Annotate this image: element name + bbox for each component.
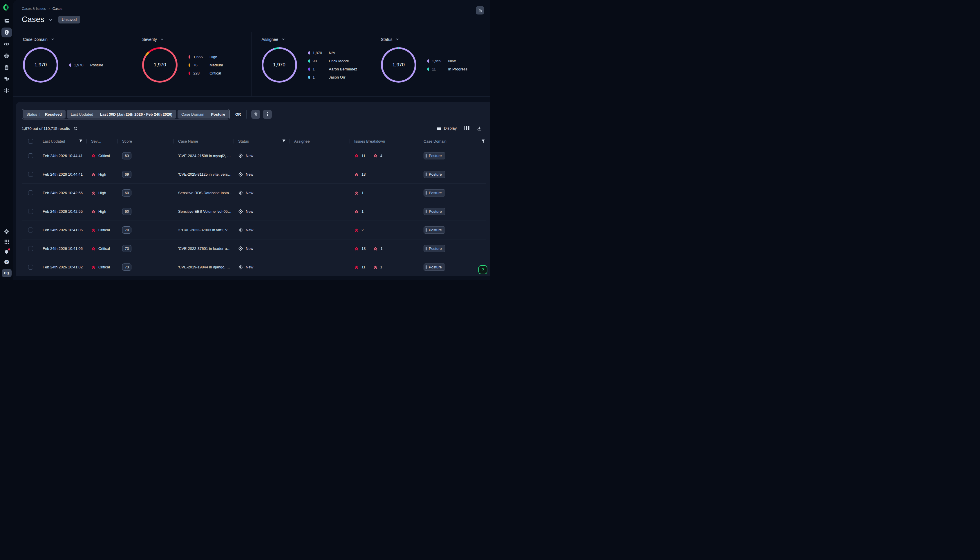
select-all-checkbox[interactable] [28, 139, 33, 144]
table-row[interactable]: Feb 24th 2026 10:41:06Critical702 'CVE-2… [22, 221, 486, 239]
table-row[interactable]: Feb 24th 2026 10:42:55High60Sensitive EB… [22, 202, 486, 221]
row-checkbox[interactable] [28, 265, 33, 270]
legend-marker [69, 63, 71, 67]
breadcrumb-cases-and-issues[interactable]: Cases & Issues [22, 7, 46, 11]
row-checkbox[interactable] [28, 246, 33, 251]
legend-item[interactable]: 98Erick Moore [308, 59, 358, 63]
legend-item[interactable]: 1,870N/A [308, 51, 358, 55]
badge-accent [426, 228, 427, 232]
sidebar-item-threat-graph[interactable] [2, 85, 12, 95]
download-button[interactable] [477, 126, 482, 131]
row-checkbox[interactable] [28, 172, 33, 177]
table-row[interactable]: Feb 24th 2026 10:44:41High69'CVE-2025-31… [22, 165, 486, 183]
breadcrumb-cases[interactable]: Cases [52, 7, 62, 11]
legend-label: Aaron Bermudez [329, 67, 358, 71]
hide-charts-button[interactable] [476, 6, 484, 15]
cell-issues-breakdown: 131 [350, 247, 419, 251]
hamburger-icon [437, 126, 441, 131]
cell-case-name[interactable]: Sensitive RDS Database Insta… [174, 191, 234, 195]
cell-last-updated: Feb 24th 2026 10:41:05 [38, 247, 87, 251]
row-checkbox[interactable] [28, 153, 33, 158]
severity-critical-icon [91, 228, 96, 232]
column-header-sev[interactable]: Sev… [87, 137, 117, 145]
column-header-updated[interactable]: Last Updated [38, 137, 87, 145]
cell-case-name[interactable]: 'CVE-2022-37601 in loader-u… [174, 247, 234, 251]
legend-item[interactable]: 1Jason Orr [308, 75, 358, 79]
table-row[interactable]: Feb 24th 2026 10:42:56High60Sensitive RD… [22, 183, 486, 202]
filter-funnel-icon[interactable] [79, 139, 82, 143]
filter-chip[interactable]: Case Domain=Posture [177, 110, 229, 118]
sidebar-item-detections[interactable] [2, 51, 12, 61]
row-checkbox[interactable] [28, 209, 33, 214]
filter-chip[interactable]: Status!=Resolved [23, 110, 65, 118]
legend-item[interactable]: 11In Progress [427, 67, 467, 71]
cell-case-name[interactable]: 'CVE-2025-31125 in vite, vers… [174, 172, 234, 177]
sidebar-item-assets[interactable] [2, 74, 12, 84]
table-row[interactable]: Feb 24th 2026 10:44:41Critical63'CVE-202… [22, 147, 486, 165]
filter-chip[interactable]: Last Updated=Last 30D (Jan 25th 2026 - F… [67, 110, 176, 118]
delete-filters-button[interactable] [251, 110, 260, 119]
help-menu-button[interactable]: ? [2, 259, 12, 265]
score-badge: 69 [122, 171, 131, 178]
filter-more-button[interactable] [263, 110, 272, 119]
legend-item[interactable]: 1,666High [189, 55, 223, 59]
column-header-domain[interactable]: Case Domain [419, 137, 486, 145]
chart-title[interactable]: Assignee [262, 37, 285, 42]
apps-button[interactable] [2, 238, 12, 245]
title-chevron-down-icon[interactable] [48, 18, 52, 22]
donut-chart[interactable]: 1,970 [381, 47, 416, 83]
column-header-issues[interactable]: Issues Breakdown [350, 137, 419, 145]
sidebar-bottom: ? CQ [2, 228, 12, 277]
chart-card: Status 1,970 1,959New11In Progress [371, 32, 490, 96]
row-checkbox[interactable] [28, 190, 33, 195]
chip-operator: != [40, 112, 43, 117]
cell-case-name[interactable]: Sensitive EBS Volume 'vol-05… [174, 209, 234, 213]
user-avatar[interactable]: CQ [2, 269, 12, 277]
table-row[interactable]: Feb 24th 2026 10:41:05Critical73'CVE-202… [22, 239, 486, 258]
case-domain-badge: Posture [423, 208, 445, 215]
help-button[interactable]: ? [478, 265, 487, 274]
case-domain-badge: Posture [423, 263, 445, 271]
filter-divider [246, 110, 247, 118]
donut-chart[interactable]: 1,970 [23, 47, 58, 83]
cell-case-name[interactable]: 'CVE-2019-19844 in django, … [174, 265, 234, 269]
legend-item[interactable]: 1,970Posture [69, 63, 103, 67]
sidebar-item-visibility[interactable] [2, 39, 12, 49]
display-button[interactable]: Display [437, 126, 457, 131]
cell-case-name[interactable]: 2 'CVE-2023-37903 in vm2, v… [174, 228, 234, 232]
table-row[interactable]: Feb 24th 2026 10:41:02Critical73'CVE-201… [22, 258, 486, 276]
legend-item[interactable]: 1Aaron Bermudez [308, 67, 358, 71]
sidebar-item-cases-issues[interactable] [2, 28, 12, 37]
column-header-status[interactable]: Status [234, 137, 289, 145]
legend-count: 98 [313, 59, 326, 63]
column-header-name[interactable]: Case Name [174, 137, 234, 145]
column-header-score[interactable]: Score [117, 137, 174, 145]
notifications-button[interactable] [2, 249, 12, 255]
filter-funnel-icon[interactable] [482, 139, 485, 143]
cell-last-updated: Feb 24th 2026 10:41:02 [38, 265, 87, 269]
refresh-button[interactable] [74, 126, 78, 131]
columns-button[interactable] [464, 126, 470, 131]
donut-chart[interactable]: 1,970 [262, 47, 297, 83]
filter-funnel-icon[interactable] [282, 139, 286, 143]
legend-item[interactable]: 1,959New [427, 59, 467, 63]
status-new-icon [238, 246, 243, 251]
chart-title[interactable]: Severity [142, 37, 164, 42]
sidebar-item-dashboards[interactable] [2, 16, 12, 26]
cell-case-domain: Posture [419, 152, 486, 159]
column-header-assignee[interactable]: Assignee [289, 137, 350, 145]
settings-button[interactable] [2, 228, 12, 235]
issue-count: 11 [354, 153, 366, 158]
chart-title[interactable]: Status [381, 37, 399, 42]
sidebar-item-inventory[interactable] [2, 62, 12, 72]
cell-checkbox [26, 190, 38, 195]
chart-title[interactable]: Case Domain [23, 37, 54, 42]
status-new-icon [238, 190, 243, 195]
row-checkbox[interactable] [28, 228, 33, 232]
app-logo[interactable] [3, 3, 10, 11]
cell-case-name[interactable]: 'CVE-2024-21508 in mysql2, … [174, 153, 234, 158]
select-all-header[interactable] [26, 137, 38, 145]
legend-item[interactable]: 76Medium [189, 63, 223, 67]
legend-item[interactable]: 228Critical [189, 71, 223, 75]
donut-chart[interactable]: 1,970 [142, 47, 177, 83]
